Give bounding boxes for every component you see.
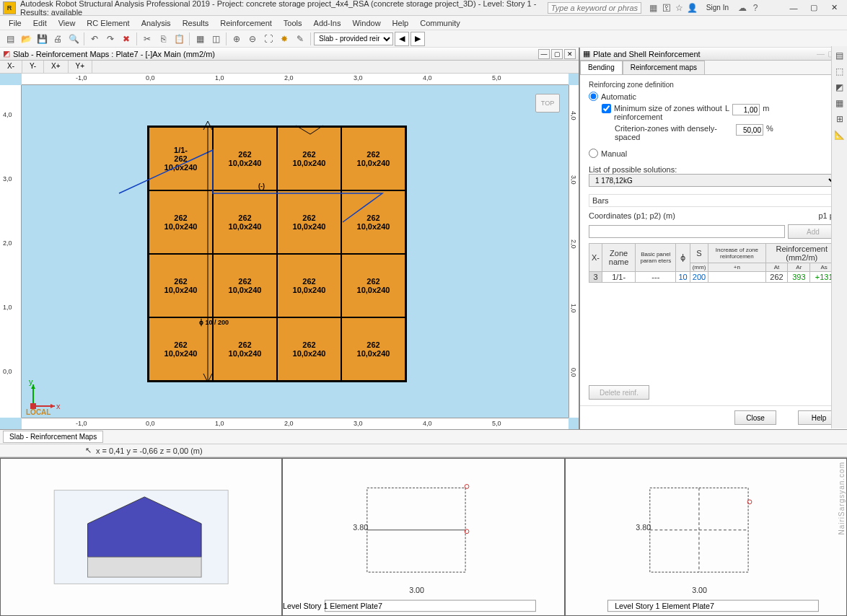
view-close[interactable]: ✕ [564,49,576,59]
undo-icon[interactable]: ↶ [87,32,102,46]
ruler-left: 4,0 3,0 2,0 1,0 0,0 [0,85,22,418]
tool-a-icon[interactable]: ▤ [833,49,846,62]
view-selector[interactable]: Slab - provided reinforce [314,32,393,45]
svg-text:3.00: 3.00 [410,586,425,594]
radio-manual[interactable] [589,149,598,158]
tool-d-icon[interactable]: ▦ [833,97,846,110]
tab-x-plus[interactable]: X+ [44,61,69,73]
edit-icon[interactable]: ✎ [293,32,307,46]
minimize-button[interactable]: — [784,1,804,14]
slab-cell: 26210,0x240 [149,254,213,317]
basket-icon[interactable]: ▦ [647,1,660,14]
menu-edit[interactable]: Edit [27,17,53,29]
menu-community[interactable]: Community [414,17,466,29]
cloud-icon[interactable]: ☁ [736,1,749,14]
menu-help[interactable]: Help [387,17,415,29]
tab-bending[interactable]: Bending [580,61,623,74]
new-icon[interactable]: ▤ [3,32,17,46]
tab-y-minus[interactable]: Y- [22,61,44,73]
preview-icon[interactable]: 🔍 [66,32,81,46]
status-tabs: Slab - Reinforcement Maps [0,430,847,444]
slab-cell: 26210,0x240 [341,127,405,190]
view-title-text: Slab - Reinforcement Maps : Plate7 - [-]… [13,50,215,58]
reinforcement-panel: ▦ Plate and Shell Reinforcement —▢✕ Bend… [580,48,847,429]
copy-icon[interactable]: ⎘ [156,32,170,46]
zoom-in-icon[interactable]: ⊕ [229,32,244,46]
top-view-button[interactable]: TOP [535,94,560,113]
redo-icon[interactable]: ↷ [103,32,118,46]
main-toolbar: ▤ 📂 💾 🖨 🔍 ↶ ↷ ✖ ✂ ⎘ 📋 ▦ ◫ ⊕ ⊖ ⛶ ✸ ✎ Slab… [0,30,847,48]
menu-addins[interactable]: Add-Ins [308,17,347,29]
menu-results[interactable]: Results [177,17,215,29]
menu-rc-element[interactable]: RC Element [81,17,135,29]
close-button[interactable]: ✕ [824,1,844,14]
ruler-right: 4,0 3,0 2,0 1,0 0,0 [569,85,579,418]
view-minimize[interactable]: — [538,49,550,59]
zoom-out-icon[interactable]: ⊖ [245,32,260,46]
open-icon[interactable]: 📂 [19,32,33,46]
paste-icon[interactable]: 📋 [172,32,186,46]
print-icon[interactable]: 🖨 [51,32,65,46]
key-icon[interactable]: ⚿ [660,1,673,14]
input-criterion[interactable] [736,124,763,136]
help-icon[interactable]: ? [749,1,762,14]
thumb-3[interactable]: 3.00 3.80 Level Story 1 Element Plate7 [565,458,847,616]
maximize-button[interactable]: ▢ [804,1,824,14]
slab-grid: 1/1-26210,0x24026210,0x24026210,0x240262… [147,126,407,382]
thumb-1[interactable] [0,458,282,616]
zoom-fit-icon[interactable]: ⛶ [261,32,276,46]
slab-cell: 26210,0x240 [277,254,341,317]
svg-text:x: x [56,402,61,410]
menu-bar: File Edit View RC Element Analysis Resul… [0,16,847,30]
tool-e-icon[interactable]: ⊞ [833,113,846,126]
solution-selector[interactable]: 1 178,12kG [589,174,838,187]
signin-link[interactable]: Sign In [706,4,729,12]
solutions-label: List of possible solutions: [589,165,838,174]
coord-input[interactable] [589,225,785,238]
menu-view[interactable]: View [53,17,82,29]
grid-icon[interactable]: ▦ [193,32,207,46]
tab-reinf-maps[interactable]: Reinforcement maps [623,61,705,74]
panel-min[interactable]: — [817,49,825,58]
status-tab-slab[interactable]: Slab - Reinforcement Maps [3,431,103,443]
search-input[interactable] [548,2,641,14]
canvas-area[interactable]: -1,0 0,0 1,0 2,0 3,0 4,0 5,0 -1,0 0,0 1,… [0,74,579,429]
slab-cell: 26210,0x240 [213,254,277,317]
menu-window[interactable]: Window [346,17,386,29]
close-button[interactable]: Close [734,410,776,425]
tab-x-minus[interactable]: X- [0,61,22,73]
thumb-2[interactable]: 3.00 3.80 Level Story 1 Element Plate7 [282,458,564,616]
tool-f-icon[interactable]: 📐 [833,128,846,141]
slab-cell: 26210,0x240 [149,317,213,381]
window-icon[interactable]: ◫ [209,32,223,46]
star-icon[interactable]: ☆ [673,1,686,14]
radio-automatic[interactable] [589,92,598,101]
prev-view-button[interactable]: ◀ [395,32,409,46]
svg-text:Level   Story 1        Element: Level Story 1 Element Plate7 [615,602,714,610]
settings-icon[interactable]: ✸ [277,32,291,46]
ruler-top: -1,0 0,0 1,0 2,0 3,0 4,0 5,0 [22,74,569,85]
tool-c-icon[interactable]: ◩ [833,81,846,94]
tool-b-icon[interactable]: ⬚ [833,65,846,78]
slab-cell: 1/1-26210,0x240 [149,127,213,190]
menu-reinforcement[interactable]: Reinforcement [214,17,278,29]
table-row[interactable]: 3 1/1- --- 10 200 262 393 +131 [589,272,838,283]
delete-icon[interactable]: ✖ [119,32,133,46]
cut-icon[interactable]: ✂ [140,32,154,46]
menu-file[interactable]: File [3,17,27,29]
svg-text:y: y [29,377,33,386]
menu-tools[interactable]: Tools [278,17,308,29]
input-L[interactable] [732,104,760,115]
chk-min-size[interactable] [602,104,611,113]
user-icon[interactable]: 👤 [686,1,699,14]
view-icon: ◩ [3,49,10,58]
view-title-bar: ◩ Slab - Reinforcement Maps : Plate7 - [… [0,48,579,61]
delete-reinf-button[interactable]: Delete reinf. [589,385,649,400]
save-icon[interactable]: 💾 [35,32,49,46]
tab-y-plus[interactable]: Y+ [69,61,93,73]
next-view-button[interactable]: ▶ [411,32,425,46]
slab-cell: 26210,0x240 [213,127,277,190]
bars-label: Bars [589,194,838,207]
view-maximize[interactable]: ▢ [551,49,563,59]
menu-analysis[interactable]: Analysis [136,17,177,29]
